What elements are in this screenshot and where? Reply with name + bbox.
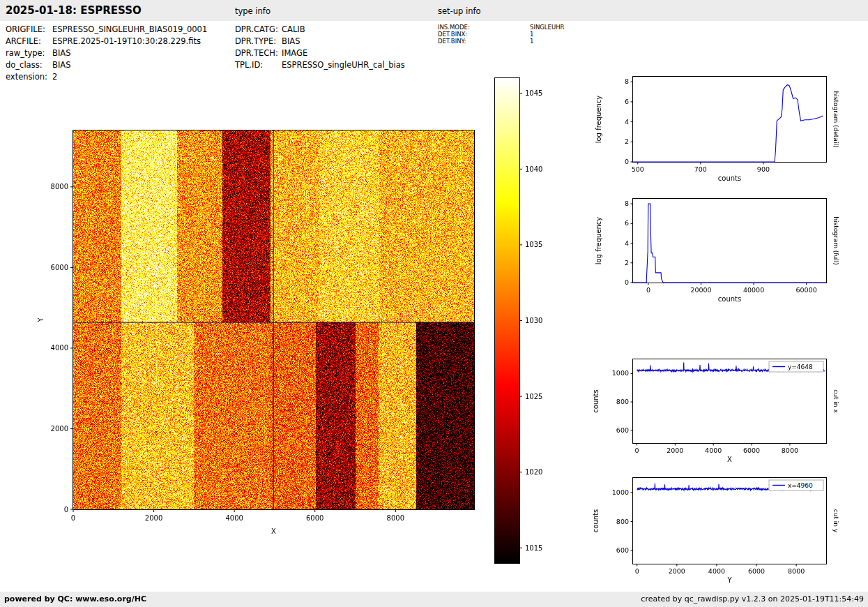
x-axis-label: counts <box>718 295 741 303</box>
tick-label: 6000 <box>51 264 68 271</box>
tick-label: 0 <box>635 567 639 575</box>
meta-key: DET.BINX: <box>438 31 530 38</box>
cut-in-x-plot: 020004000600080006008001000Xcountscut in… <box>592 359 839 464</box>
meta-row: TPL.ID:ESPRESSO_singleUHR_cal_bias <box>235 59 405 71</box>
tick-label: 500 <box>632 165 644 173</box>
tick-label: 0 <box>64 506 68 514</box>
tick-label: 0 <box>625 278 629 286</box>
tick-label: 4 <box>625 239 629 247</box>
tick-label: 600 <box>616 426 629 434</box>
meta-key: DET.BINY: <box>438 38 530 45</box>
histogram-full-plot: 020000400006000002468countslog frequency… <box>595 199 839 304</box>
tick-label: 8 <box>625 200 629 207</box>
tick-label: 0 <box>646 286 650 294</box>
meta-row: ARCFILE:ESPRE.2025-01-19T10:30:28.229.fi… <box>6 36 207 47</box>
meta-key: ORIGFILE: <box>6 24 52 36</box>
colorbar-tick-label: 1025 <box>525 393 542 400</box>
y-axis-label: counts <box>592 389 600 412</box>
meta-key: do_class: <box>6 59 52 71</box>
side-label: histogram (detail) <box>832 91 839 148</box>
y-axis-label: log frequency <box>595 217 602 265</box>
meta-row: DET.BINY:1 <box>438 38 564 45</box>
cut_x-line <box>637 363 825 373</box>
type-info-header: type info <box>235 6 271 16</box>
meta-row: ORIGFILE:ESPRESSO_SINGLEUHR_BIAS019_0001 <box>6 24 207 36</box>
plot-frame <box>633 359 827 444</box>
footer-powered-by: powered by QC: www.eso.org/HC <box>4 592 146 607</box>
tick-label: 1000 <box>612 488 629 496</box>
qc-report-page: 2025-01-18: ESPRESSO type info set-up in… <box>0 0 868 607</box>
meta-row: DPR.TYPE:BIAS <box>235 36 405 47</box>
tick-label: 2000 <box>667 447 683 454</box>
tick-label: 4 <box>625 118 629 126</box>
meta-key: DPR.TECH: <box>235 47 282 59</box>
meta-key: DPR.TYPE: <box>235 36 282 47</box>
cut-in-y-plot: 020004000600080006008001000Ycountscut in… <box>592 478 839 585</box>
cut_y-line <box>637 484 823 490</box>
y-axis-label: counts <box>592 509 600 532</box>
legend: y=4648 <box>769 361 823 372</box>
histogram-detail-plot: 50070090002468countslog frequencyhistogr… <box>595 77 839 183</box>
x-axis-label: X <box>727 456 732 463</box>
colorbar-tick-label: 1020 <box>525 468 542 476</box>
colorbar-gradient <box>495 78 519 563</box>
meta-value: IMAGE <box>282 47 307 59</box>
meta-key: extension: <box>6 71 52 83</box>
hist_full-line <box>633 204 826 283</box>
meta-row: extension:2 <box>6 71 207 83</box>
meta-value: CALIB <box>282 24 305 36</box>
tick-label: 2 <box>625 259 629 267</box>
tick-label: 2000 <box>51 425 68 433</box>
x-axis-label: Y <box>726 576 732 584</box>
y-axis-label: Y <box>37 317 45 323</box>
plot-frame <box>633 199 827 283</box>
legend-box <box>769 480 823 490</box>
meta-row: DET.BINX:1 <box>438 31 564 38</box>
colorbar-tick-label: 1040 <box>525 165 542 173</box>
tick-label: 900 <box>757 165 770 173</box>
meta-row: do_class:BIAS <box>6 59 207 71</box>
tick-label: 4000 <box>225 514 243 522</box>
meta-row: raw_type:BIAS <box>6 47 207 59</box>
tick-label: 20000 <box>690 286 711 294</box>
side-label: histogram (full) <box>832 216 839 264</box>
legend-label: x=4960 <box>788 482 813 489</box>
tick-label: 8 <box>625 77 629 85</box>
y-axis-label: log frequency <box>595 96 602 144</box>
colorbar-tick-label: 1045 <box>525 89 542 97</box>
legend-box <box>769 361 823 372</box>
tick-label: 4000 <box>51 344 68 352</box>
tick-label: 600 <box>616 546 629 554</box>
tick-label: 800 <box>616 398 629 405</box>
meta-key: INS.MODE: <box>438 24 530 31</box>
tick-label: 40000 <box>743 286 764 294</box>
meta-key: DPR.CATG: <box>235 24 282 36</box>
meta-row: INS.MODE:SINGLEUHR <box>438 24 564 31</box>
tick-label: 4000 <box>705 447 722 454</box>
tick-label: 2000 <box>669 567 685 575</box>
meta-key: TPL.ID: <box>235 59 282 71</box>
tick-label: 2 <box>625 137 629 145</box>
meta-value: 1 <box>530 31 533 38</box>
tick-label: 60000 <box>796 286 817 294</box>
hist_detail-line <box>633 85 823 163</box>
tick-label: 0 <box>625 158 629 165</box>
plot-frame <box>633 478 827 564</box>
tick-label: 8000 <box>782 447 798 454</box>
header-bar: 2025-01-18: ESPRESSO type info set-up in… <box>0 0 868 21</box>
meta-key: raw_type: <box>6 47 52 59</box>
tick-label: 700 <box>694 165 707 173</box>
tick-label: 6000 <box>306 514 323 522</box>
tick-label: 6 <box>625 219 629 227</box>
tick-label: 0 <box>71 514 75 522</box>
meta-value: ESPRE.2025-01-19T10:30:28.229.fits <box>52 36 201 47</box>
tick-label: 8000 <box>788 567 805 575</box>
tick-label: 6000 <box>748 567 765 575</box>
meta-row: DPR.CATG:CALIB <box>235 24 405 36</box>
type-info-list: DPR.CATG:CALIBDPR.TYPE:BIASDPR.TECH:IMAG… <box>235 24 405 71</box>
meta-value: ESPRESSO_SINGLEUHR_BIAS019_0001 <box>52 24 207 36</box>
file-info-list: ORIGFILE:ESPRESSO_SINGLEUHR_BIAS019_0001… <box>6 24 207 83</box>
tick-label: 0 <box>634 447 639 454</box>
page-title: 2025-01-18: ESPRESSO <box>6 4 142 17</box>
meta-value: BIAS <box>52 59 70 71</box>
